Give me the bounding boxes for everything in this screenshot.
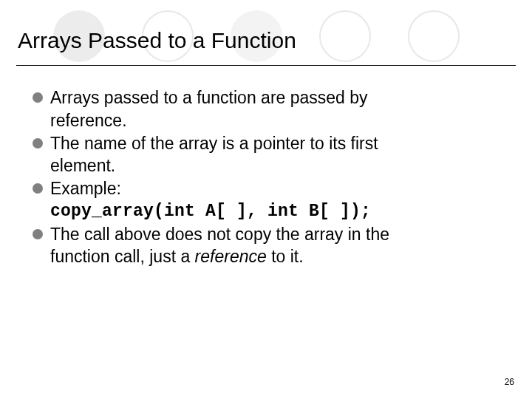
bullet-icon — [33, 138, 43, 149]
code-line: copy_array(int A[ ], int B[ ]); — [50, 201, 499, 222]
title-underline — [16, 65, 516, 66]
bullet-text: Arrays passed to a function are passed b… — [50, 87, 499, 109]
bullet-text: The name of the array is a pointer to it… — [50, 133, 499, 154]
bullet-continuation: element. — [50, 155, 499, 177]
bullet-icon — [33, 229, 43, 239]
bullet-item: Arrays passed to a function are passed b… — [33, 87, 499, 109]
slide-title: Arrays Passed to a Function — [18, 28, 514, 53]
bullet-item: Example: — [33, 178, 499, 200]
bullet-icon — [33, 183, 43, 194]
italic-text: reference — [195, 247, 267, 266]
bullet-text: Example: — [50, 178, 499, 200]
bullet-continuation: reference. — [50, 110, 499, 132]
bullet-continuation: function call, just a reference to it. — [50, 246, 499, 267]
bullet-item: The call above does not copy the array i… — [33, 224, 499, 245]
bullet-text: The call above does not copy the array i… — [50, 224, 499, 245]
text-fragment: to it. — [267, 247, 304, 266]
page-number: 26 — [505, 377, 514, 387]
bullet-item: The name of the array is a pointer to it… — [33, 133, 499, 154]
text-fragment: function call, just a — [50, 247, 195, 266]
slide-body: Arrays passed to a function are passed b… — [33, 87, 499, 269]
bullet-icon — [33, 92, 43, 103]
